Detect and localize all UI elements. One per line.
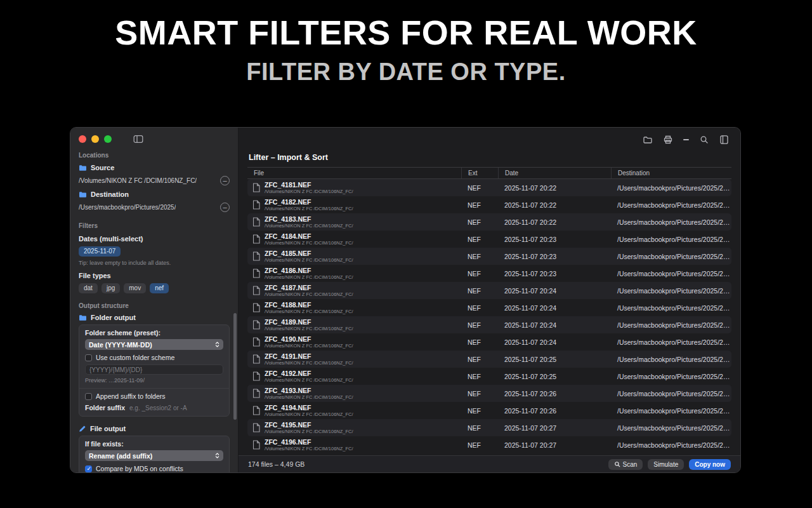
pencil-icon [79,425,86,432]
sidebar-toggle-button[interactable] [133,134,143,144]
dates-tip: Tip: leave empty to include all dates. [79,260,230,266]
file-destination: /Users/macbookpro/Pictures/2025/2… [611,338,731,346]
file-ext: NEF [461,321,498,329]
file-ext: NEF [461,236,498,243]
md5-checkbox[interactable] [85,465,92,472]
file-date: 2025-11-07 20:22 [498,184,611,192]
column-header-destination[interactable]: Destination [611,168,731,178]
table-row[interactable]: ZFC_4183.NEF /Volumes/NIKON Z FC /DCIM/1… [247,213,731,231]
file-cell: ZFC_4187.NEF /Volumes/NIKON Z FC /DCIM/1… [247,284,461,297]
chevron-updown-icon [215,452,219,459]
table-row[interactable]: ZFC_4192.NEF /Volumes/NIKON Z FC /DCIM/1… [247,368,731,385]
search-button[interactable] [699,135,709,145]
table-row[interactable]: ZFC_4181.NEF /Volumes/NIKON Z FC /DCIM/1… [247,179,731,196]
file-destination: /Users/macbookpro/Pictures/2025/2… [611,236,731,243]
table-row[interactable]: ZFC_4191.NEF /Volumes/NIKON Z FC /DCIM/1… [247,351,731,368]
table-row[interactable]: ZFC_4185.NEF /Volumes/NIKON Z FC /DCIM/1… [247,248,731,265]
file-source-path: /Volumes/NIKON Z FC /DCIM/106NZ_FC/ [265,394,353,400]
folder-output-label: Folder output [91,314,136,321]
table-row[interactable]: ZFC_4187.NEF /Volumes/NIKON Z FC /DCIM/1… [247,282,731,299]
simulate-button[interactable]: Simulate [648,459,684,470]
file-source-path: /Volumes/NIKON Z FC /DCIM/106NZ_FC/ [265,206,353,211]
file-date: 2025-11-07 20:24 [498,287,611,295]
use-custom-scheme-checkbox[interactable] [85,354,92,361]
use-custom-scheme-label: Use custom folder scheme [96,354,174,361]
remove-destination-button[interactable]: – [220,203,230,212]
file-ext: NEF [461,390,498,398]
column-header-date[interactable]: Date [498,168,611,178]
file-cell: ZFC_4185.NEF /Volumes/NIKON Z FC /DCIM/1… [247,250,461,263]
file-source-path: /Volumes/NIKON Z FC /DCIM/106NZ_FC/ [265,377,353,383]
folder-suffix-input[interactable]: e.g. _Session2 or -A [129,404,187,411]
file-cell: ZFC_4196.NEF /Volumes/NIKON Z FC /DCIM/1… [247,438,461,451]
file-date: 2025-11-07 20:27 [498,424,611,432]
output-section-label: Output structure [79,302,230,309]
table-row[interactable]: ZFC_4193.NEF /Volumes/NIKON Z FC /DCIM/1… [247,385,731,402]
sidebar-scrollbar[interactable] [233,313,237,420]
document-icon [252,200,260,210]
file-type-chip[interactable]: dat [79,283,98,293]
table-row[interactable]: ZFC_4182.NEF /Volumes/NIKON Z FC /DCIM/1… [247,196,731,213]
table-row[interactable]: ZFC_4189.NEF /Volumes/NIKON Z FC /DCIM/1… [247,316,731,333]
table-row[interactable]: ZFC_4196.NEF /Volumes/NIKON Z FC /DCIM/1… [247,436,731,453]
file-type-chip[interactable]: mov [124,283,146,293]
file-type-chip[interactable]: jpg [102,283,120,293]
main-panel: Lifter – Import & Sort File Ext Date Des… [239,128,740,472]
file-cell: ZFC_4192.NEF /Volumes/NIKON Z FC /DCIM/1… [247,370,461,383]
file-name-stack: ZFC_4195.NEF /Volumes/NIKON Z FC /DCIM/1… [265,421,353,434]
file-name: ZFC_4184.NEF [265,232,353,240]
file-source-path: /Volumes/NIKON Z FC /DCIM/106NZ_FC/ [265,429,353,434]
source-path: /Volumes/NIKON Z FC /DCIM/106NZ_FC/ [79,177,197,184]
document-icon [252,234,260,244]
action-buttons: Scan Simulate Copy now [608,459,731,470]
column-header-ext[interactable]: Ext [461,168,498,178]
zoom-button[interactable] [104,135,112,143]
file-types-label: File types [79,272,230,279]
folder-icon [79,191,87,198]
file-source-path: /Volumes/NIKON Z FC /DCIM/106NZ_FC/ [265,343,353,349]
close-button[interactable] [79,135,86,143]
copy-now-button[interactable]: Copy now [689,459,731,470]
scan-button-label: Scan [623,461,638,468]
file-destination: /Users/macbookpro/Pictures/2025/2… [611,441,731,449]
file-output-label: File output [90,425,126,432]
file-name: ZFC_4191.NEF [265,352,353,360]
remove-source-button[interactable]: – [220,176,230,185]
filters-section-label: Filters [79,222,230,229]
custom-scheme-input[interactable]: {YYYY}/{MM}/{DD} [85,364,223,375]
scan-button[interactable]: Scan [608,459,643,470]
toolbar [239,128,740,145]
if-exists-select[interactable]: Rename (add suffix) [85,450,223,461]
file-cell: ZFC_4191.NEF /Volumes/NIKON Z FC /DCIM/1… [247,352,461,366]
file-date: 2025-11-07 20:24 [498,321,611,329]
column-header-file[interactable]: File [247,168,461,178]
table-row[interactable]: ZFC_4188.NEF /Volumes/NIKON Z FC /DCIM/1… [247,299,731,316]
folder-toolbar-button[interactable] [643,135,653,145]
file-name-stack: ZFC_4192.NEF /Volumes/NIKON Z FC /DCIM/1… [265,370,353,383]
reader-button[interactable] [719,135,729,145]
document-icon [252,217,260,227]
hero-subtitle: FILTER BY DATE OR TYPE. [0,58,812,86]
table-row[interactable]: ZFC_4190.NEF /Volumes/NIKON Z FC /DCIM/1… [247,333,731,351]
append-folder-suffix-checkbox[interactable] [85,393,92,400]
file-source-path: /Volumes/NIKON Z FC /DCIM/106NZ_FC/ [265,189,353,194]
source-row: Source [79,164,230,171]
file-ext: NEF [461,184,498,192]
table-row[interactable]: ZFC_4195.NEF /Volumes/NIKON Z FC /DCIM/1… [247,419,731,436]
minimize-button[interactable] [91,135,99,143]
table-row[interactable]: ZFC_4184.NEF /Volumes/NIKON Z FC /DCIM/1… [247,231,731,248]
print-button[interactable] [663,135,673,145]
file-ext: NEF [461,407,498,415]
table-row[interactable]: ZFC_4194.NEF /Volumes/NIKON Z FC /DCIM/1… [247,402,731,419]
table-row[interactable]: ZFC_4186.NEF /Volumes/NIKON Z FC /DCIM/1… [247,265,731,282]
file-type-chip[interactable]: nef [150,283,169,293]
md5-row: Compare by MD5 on conflicts [85,465,223,472]
file-name: ZFC_4183.NEF [265,215,353,223]
file-name-stack: ZFC_4189.NEF /Volumes/NIKON Z FC /DCIM/1… [265,318,353,331]
file-destination: /Users/macbookpro/Pictures/2025/2… [611,373,731,380]
document-icon [252,406,260,415]
folder-scheme-select[interactable]: Date (YYYY-MM-DD) [85,339,223,350]
file-cell: ZFC_4182.NEF /Volumes/NIKON Z FC /DCIM/1… [247,198,461,211]
date-chip[interactable]: 2025-11-07 [79,246,121,257]
search-icon [614,461,620,467]
